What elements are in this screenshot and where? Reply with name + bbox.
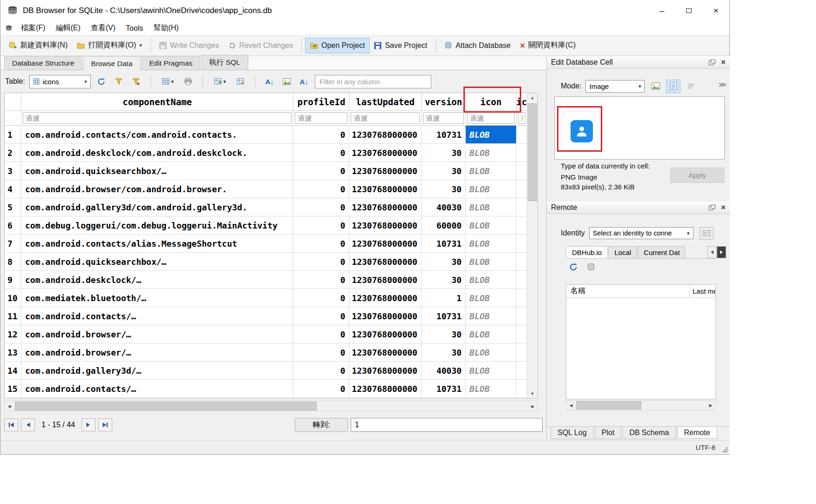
- cell-icon-blob[interactable]: BLOB: [466, 144, 517, 162]
- cell-overflow[interactable]: [517, 289, 527, 307]
- tab-current-database[interactable]: Current Dat: [638, 246, 685, 258]
- cell-lastupdated[interactable]: 1230768000000: [349, 307, 422, 325]
- save-project-button[interactable]: Save Project: [369, 38, 432, 53]
- column-header-profileid[interactable]: profileId: [293, 93, 349, 111]
- cell-overflow[interactable]: [517, 235, 527, 253]
- scroll-right-icon[interactable]: ▶: [528, 401, 537, 411]
- cell-profileid[interactable]: 0: [293, 235, 349, 253]
- scroll-up-icon[interactable]: ▲: [527, 93, 537, 102]
- row-number[interactable]: 13: [5, 343, 21, 362]
- filter-input-version[interactable]: [423, 112, 464, 124]
- horizontal-scrollbar-thumb[interactable]: [15, 402, 317, 410]
- cell-componentname[interactable]: com.android.contacts/alias.MessageShortc…: [21, 235, 293, 253]
- column-header-lastupdated[interactable]: lastUpdated: [349, 93, 422, 111]
- attach-database-button[interactable]: Attach Database: [440, 38, 515, 53]
- cell-overflow[interactable]: [517, 126, 527, 144]
- cell-version[interactable]: 40030: [422, 362, 466, 380]
- cell-version[interactable]: 30: [422, 162, 466, 180]
- identity-certificate-button[interactable]: [700, 227, 714, 240]
- row-number[interactable]: 2: [5, 144, 21, 162]
- cell-icon-blob[interactable]: BLOB: [466, 216, 517, 235]
- cell-profileid[interactable]: 0: [293, 325, 349, 343]
- tab-local[interactable]: Local: [608, 246, 637, 258]
- identity-select[interactable]: Select an identity to conne ▾: [589, 227, 694, 239]
- tab-remote[interactable]: Remote: [677, 426, 717, 439]
- cell-icon-blob[interactable]: BLOB: [466, 180, 517, 198]
- column-header-icon[interactable]: icon: [466, 93, 517, 111]
- row-number[interactable]: 3: [5, 162, 21, 180]
- cell-componentname[interactable]: com.android.contacts/com.android.contact…: [21, 126, 293, 144]
- cell-lastupdated[interactable]: 1230768000000: [349, 162, 422, 180]
- menu-item-edit[interactable]: 編輯(E): [51, 21, 85, 35]
- tab-edit-pragmas[interactable]: Edit Pragmas: [141, 56, 200, 70]
- cell-overflow[interactable]: [517, 362, 527, 380]
- cell-overflow[interactable]: [517, 198, 527, 216]
- cell-lastupdated[interactable]: 1230768000000: [349, 380, 422, 398]
- cell-lastupdated[interactable]: 1230768000000: [349, 289, 422, 307]
- grid-vertical-scrollbar[interactable]: ▲ ▼: [527, 93, 537, 398]
- export-image-button[interactable]: [649, 80, 662, 93]
- remote-refresh-icon[interactable]: [569, 263, 578, 271]
- tab-db-schema[interactable]: DB Schema: [622, 427, 676, 439]
- remote-horizontal-scrollbar[interactable]: ◀ ▶: [566, 400, 716, 410]
- cell-componentname[interactable]: com.mediatek.bluetooth/…: [21, 289, 293, 307]
- cell-profileid[interactable]: 0: [293, 144, 349, 162]
- apply-button[interactable]: Apply: [670, 168, 724, 183]
- tab-scroll-left-icon[interactable]: [707, 246, 717, 258]
- tab-scroll-right-icon[interactable]: [717, 246, 726, 258]
- cell-lastupdated[interactable]: 1230768000000: [349, 180, 422, 198]
- tab-browse-data[interactable]: Browse Data: [83, 56, 141, 70]
- cell-profileid[interactable]: 0: [293, 198, 349, 216]
- close-panel-icon[interactable]: ×: [721, 205, 726, 210]
- cell-profileid[interactable]: 0: [293, 380, 349, 398]
- cell-version[interactable]: 30: [422, 271, 466, 289]
- sort-desc-button[interactable]: A↓: [298, 75, 311, 88]
- cell-overflow[interactable]: [517, 144, 527, 162]
- cell-componentname[interactable]: com.debug.loggerui/com.debug.loggerui.Ma…: [21, 216, 293, 235]
- cell-icon-blob[interactable]: BLOB: [466, 253, 517, 271]
- cell-componentname[interactable]: com.android.browser/…: [21, 343, 293, 362]
- remote-column-name[interactable]: 名稱: [566, 285, 690, 297]
- tab-dbhub[interactable]: DBHub.io: [566, 246, 608, 258]
- column-header-version[interactable]: version: [422, 93, 466, 111]
- next-page-button[interactable]: [82, 418, 95, 431]
- cell-lastupdated[interactable]: 1230768000000: [349, 343, 422, 362]
- row-number[interactable]: 5: [5, 198, 21, 216]
- cell-profileid[interactable]: 0: [293, 307, 349, 325]
- cell-profileid[interactable]: 0: [293, 253, 349, 271]
- cell-overflow[interactable]: [517, 180, 527, 198]
- first-page-button[interactable]: [4, 418, 18, 431]
- remote-clone-icon[interactable]: [587, 263, 595, 271]
- filter-input-icon[interactable]: [467, 112, 515, 124]
- open-database-button[interactable]: 打開資料庫(O) ▾: [72, 37, 147, 54]
- cell-profileid[interactable]: 0: [293, 126, 349, 144]
- cell-profileid[interactable]: 0: [293, 343, 349, 362]
- cell-profileid[interactable]: 0: [293, 216, 349, 235]
- cell-lastupdated[interactable]: 1230768000000: [349, 235, 422, 253]
- clear-filters-icon[interactable]: [112, 75, 125, 88]
- print-button[interactable]: [182, 75, 195, 88]
- cell-version[interactable]: 10731: [422, 380, 466, 398]
- cell-overflow[interactable]: [517, 216, 527, 235]
- cell-componentname[interactable]: com.android.deskclock/…: [21, 271, 293, 289]
- cell-version[interactable]: 30: [422, 325, 466, 343]
- refresh-button[interactable]: [95, 75, 108, 88]
- row-number[interactable]: 6: [5, 216, 21, 235]
- cell-version[interactable]: 60000: [422, 216, 466, 235]
- cell-lastupdated[interactable]: 1230768000000: [349, 126, 422, 144]
- cell-image-preview[interactable]: [554, 96, 725, 160]
- cell-componentname[interactable]: com.android.contacts/…: [21, 307, 293, 325]
- filter-options-icon[interactable]: [129, 75, 143, 88]
- tab-database-structure[interactable]: Database Structure: [4, 56, 82, 70]
- cell-componentname[interactable]: com.android.quicksearchbox/…: [21, 253, 293, 271]
- menu-item-file[interactable]: 檔案(F): [16, 21, 50, 35]
- cell-icon-blob[interactable]: BLOB: [466, 235, 517, 253]
- row-number[interactable]: 7: [5, 235, 21, 253]
- mode-select[interactable]: Image ▾: [585, 80, 645, 93]
- maximize-button[interactable]: [675, 0, 702, 21]
- row-number[interactable]: 14: [5, 362, 21, 380]
- delete-record-button[interactable]: [234, 75, 247, 88]
- cell-version[interactable]: 10731: [422, 307, 466, 325]
- cell-componentname[interactable]: com.android.deskclock/com.android.deskcl…: [21, 144, 293, 162]
- close-button[interactable]: ×: [702, 0, 729, 21]
